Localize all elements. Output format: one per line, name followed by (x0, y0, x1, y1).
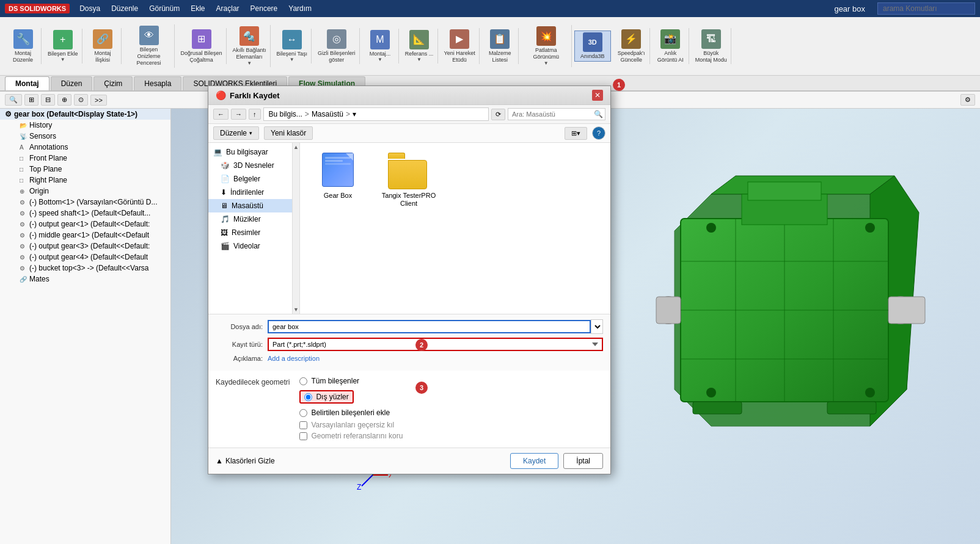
videolar-label: Videolar (233, 242, 260, 250)
radio-dis-yuzler[interactable]: Dış yüzler (299, 389, 403, 405)
scroll-down-icon[interactable]: ▼ (293, 306, 299, 313)
tb-bilesen-tasi[interactable]: ↔ Bileşeni Taşı ▼ (273, 29, 312, 64)
checkbox-varsayilanlari-input[interactable] (299, 421, 307, 429)
nav-refresh-button[interactable]: ⟳ (491, 109, 505, 120)
tb-montaj-duzenle[interactable]: 🔧 MontajDüzenle (5, 28, 42, 65)
tb-onizleme[interactable]: 👁 Bileşen OnizlemePenceresi (124, 24, 175, 67)
menu-yardim[interactable]: Yardım (283, 3, 316, 14)
sidebar-item-sensors[interactable]: 📡 Sensors (0, 131, 170, 142)
menu-ekle[interactable]: Ekle (186, 3, 210, 14)
tb-anlik[interactable]: 📸 AnlıkGörüntü AI (653, 28, 689, 65)
tb-speedpak[interactable]: ⚡ Speedpak'ıGüncelle (613, 28, 650, 65)
nav-up-button[interactable]: ↑ (249, 109, 261, 120)
breadcrumb-bar[interactable]: Bu bilgis... > Masaüstü > ▾ (263, 107, 489, 121)
view-options-button[interactable]: ⊞▾ (565, 127, 587, 140)
sidebar-item-right-plane[interactable]: □ Right Plane (0, 175, 170, 186)
checkbox-geometri-input[interactable] (299, 432, 307, 440)
tab-hesapla[interactable]: Hesapla (134, 76, 181, 90)
radio-tum-bilesler[interactable]: Tüm bileşenler (299, 375, 403, 386)
stb-view2[interactable]: ⊟ (41, 94, 55, 106)
organize-button[interactable]: Düzenle ▾ (213, 126, 259, 140)
sidebar-item-annotations[interactable]: A Annotations (0, 142, 170, 153)
stb-view4[interactable]: ⊙ (74, 94, 88, 106)
tb-referans[interactable]: 📐 Referans ... ▼ (401, 29, 438, 64)
tb-akilli[interactable]: 🔩 Akıllı BağlantıElemanları ▼ (229, 25, 271, 67)
save-button[interactable]: Kaydet (510, 453, 558, 469)
sidebar-item-bucket-top[interactable]: ⚙ (-) bucket top<3> -> (Default<<Varsa (0, 263, 159, 274)
tb-malzeme[interactable]: 📋 MalzemeListesi (482, 28, 519, 65)
help-button[interactable]: ? (592, 126, 605, 140)
tb-buyuk[interactable]: 🏗 BüyükMontaj Modu (692, 28, 731, 65)
dialog-close-button[interactable]: ✕ (592, 90, 603, 101)
sidebar-item-output-gear3[interactable]: ⚙ (-) output gear<3> (Default<<Default: (0, 241, 159, 252)
sidebar-item-mates[interactable]: 🔗 Mates (0, 274, 170, 285)
sidebar-item-output-gear4[interactable]: ⚙ (-) output gear<4> (Default<<Default (0, 252, 159, 263)
sidebar-item-front-plane[interactable]: □ Front Plane (0, 153, 170, 164)
ds-videolar[interactable]: 🎬 Videolar (208, 239, 299, 253)
breadcrumb-dropdown[interactable]: ▾ (353, 110, 483, 118)
checkbox-varsayilanlari[interactable]: Varsayılanları geçersiz kıl (299, 421, 403, 429)
tb-aninda3b[interactable]: 3D Anında3B (574, 31, 611, 62)
ds-resimler[interactable]: 🖼 Resimler (208, 226, 299, 239)
file-item-gear-box[interactable]: Gear Box (307, 150, 368, 210)
filetype-label: Kayıt türü: (216, 341, 268, 348)
sidebar-item-speed-shaft[interactable]: ⚙ (-) speed shaft<1> (Default<Default... (0, 208, 159, 219)
stb-settings[interactable]: ⚙ (960, 94, 975, 106)
radio-belirtilen[interactable]: Belirtilen bileşenleri ekle (299, 407, 403, 418)
menu-duzenle[interactable]: Düzenle (106, 3, 143, 14)
tab-montaj[interactable]: Montaj (5, 76, 49, 90)
nav-back-button[interactable]: ← (213, 109, 229, 120)
sidebar-scrollbar[interactable]: ▲ ▼ (292, 143, 299, 314)
stb-expand[interactable]: >> (90, 95, 107, 106)
filename-input[interactable] (268, 320, 591, 333)
sidebar-top-plane-label: Top Plane (29, 165, 62, 173)
menu-dosya[interactable]: Dosya (75, 3, 105, 14)
tb-patlatma[interactable]: 💥 Patlatma Görünümü ▼ (521, 25, 572, 67)
sidebar-item-output-gear1[interactable]: ⚙ (-) output gear<1> (Default<<Default: (0, 219, 159, 230)
tb-dogrusal[interactable]: ⊞ Doğrusal BileşenÇoğaltma (177, 28, 227, 65)
tab-cizim[interactable]: Çizim (93, 76, 133, 90)
menu-gorunum[interactable]: Görünüm (144, 3, 185, 14)
filetype-select-wrap: Part (*.prt;*.sldprt) (268, 338, 603, 351)
output-gear3-icon: ⚙ (20, 243, 27, 250)
tb-gizli[interactable]: ◎ Gizli Bileşenlerigöster (314, 28, 360, 65)
search-input[interactable] (877, 2, 975, 15)
ds-belgeler[interactable]: 📄 Belgeler (208, 172, 299, 186)
ds-muzikler[interactable]: 🎵 Müzikler (208, 212, 299, 226)
sidebar-item-origin[interactable]: ⊕ Origin (0, 186, 170, 197)
onizleme-icon: 👁 (139, 26, 159, 45)
sidebar-item-middle-gear[interactable]: ⚙ (-) middle gear<1> (Default<<Default (0, 230, 159, 241)
radio-tum-bilesler-input[interactable] (299, 377, 307, 385)
radio-belirtilen-input[interactable] (299, 409, 307, 417)
stb-view3[interactable]: ⊕ (57, 94, 71, 106)
tb-montaj[interactable]: M Montaj... ▼ (362, 29, 399, 64)
ds-3d-nesneler[interactable]: 🎲 3D Nesneler (208, 159, 299, 172)
checkbox-geometri[interactable]: Geometri referanslarını koru (299, 432, 403, 440)
tb-montaj-iliskisi[interactable]: 🔗 Montajİlişkisi (85, 28, 122, 65)
ds-indirilenler[interactable]: ⬇ İndirilenler (208, 186, 299, 199)
new-folder-button[interactable]: Yeni klasör (264, 126, 313, 140)
menu-pencere[interactable]: Pencere (246, 3, 283, 14)
tb-bilesen-ekle[interactable]: + Bileşen Ekle ▼ (44, 29, 82, 64)
sidebar-root[interactable]: ⚙ gear box (Default<Display State-1>) (0, 109, 170, 120)
dialog-search-input[interactable] (508, 108, 605, 120)
scroll-up-icon[interactable]: ▲ (293, 144, 299, 150)
filename-dropdown[interactable] (591, 319, 603, 334)
collapse-folders-button[interactable]: ▲ Klasörleri Gizle (216, 453, 275, 469)
sidebar-item-top-plane[interactable]: □ Top Plane (0, 164, 170, 175)
tab-duzen[interactable]: Düzen (51, 76, 93, 90)
menu-araclar[interactable]: Araçlar (211, 3, 244, 14)
sidebar-item-bottom[interactable]: ⚙ (-) Bottom<1> (Varsayılan<Görüntü D... (0, 197, 159, 208)
filetype-select[interactable]: Part (*.prt;*.sldprt) (268, 338, 603, 351)
cancel-button[interactable]: İptal (563, 453, 603, 469)
stb-filter[interactable]: 🔍 (5, 94, 22, 106)
ds-masaustu[interactable]: 🖥 Masaüstü (208, 199, 299, 212)
add-description-link[interactable]: Add a description (268, 355, 320, 362)
radio-dis-yuzler-input[interactable] (304, 393, 312, 401)
ds-bu-bilgisayar[interactable]: 💻 Bu bilgisayar (208, 145, 299, 159)
sidebar-item-history[interactable]: 📂 History (0, 120, 170, 131)
file-item-tangix[interactable]: Tangix TesterPRO Client (378, 150, 439, 210)
nav-forward-button[interactable]: → (231, 109, 246, 120)
stb-view1[interactable]: ⊞ (24, 94, 38, 106)
tb-yeni-hareket[interactable]: ▶ Yeni HareketEtüdü (441, 28, 480, 65)
